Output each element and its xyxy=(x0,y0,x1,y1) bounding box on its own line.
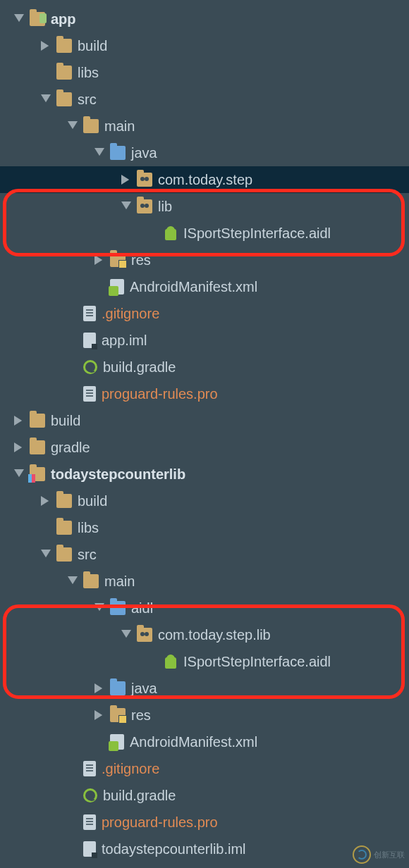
file-label: build.gradle xyxy=(103,788,176,804)
tree-item-root-gradle[interactable]: gradle xyxy=(0,434,409,461)
folder-label: src xyxy=(78,92,97,108)
tree-item-package[interactable]: com.today.step.lib xyxy=(0,621,409,648)
android-file-icon xyxy=(164,655,178,669)
file-label: app.iml xyxy=(102,333,147,349)
gradle-icon xyxy=(83,360,97,374)
expand-arrow-icon[interactable] xyxy=(39,93,52,106)
resource-folder-icon xyxy=(110,253,126,267)
tree-item-gitignore[interactable]: .gitignore xyxy=(0,755,409,782)
folder-icon xyxy=(56,547,72,562)
text-file-icon xyxy=(83,761,96,776)
package-label: lib xyxy=(158,199,172,215)
folder-label: java xyxy=(131,681,157,697)
tree-item-libmodule[interactable]: todaystepcounterlib xyxy=(0,461,409,488)
tree-item-main[interactable]: main xyxy=(0,113,409,140)
folder-icon xyxy=(83,574,99,588)
folder-icon xyxy=(83,119,99,133)
text-file-icon xyxy=(83,814,96,830)
tree-item-libs[interactable]: libs xyxy=(0,514,409,541)
file-label: .gitignore xyxy=(102,306,159,322)
iml-file-icon xyxy=(83,333,96,348)
tree-item-src[interactable]: src xyxy=(0,541,409,568)
library-module-icon xyxy=(30,467,45,481)
tree-item-iml[interactable]: app.iml xyxy=(0,327,409,354)
tree-item-iml[interactable]: todaystepcounterlib.iml xyxy=(0,836,409,862)
source-folder-icon xyxy=(110,146,126,160)
tree-item-build[interactable]: build xyxy=(0,32,409,59)
tree-item-manifest[interactable]: AndroidManifest.xml xyxy=(0,273,409,300)
expand-arrow-icon[interactable] xyxy=(39,548,52,561)
collapse-arrow-icon[interactable] xyxy=(13,414,25,427)
package-label: com.today.step.lib xyxy=(158,627,271,643)
tree-item-gradle[interactable]: build.gradle xyxy=(0,354,409,380)
folder-label: build xyxy=(78,493,107,509)
collapse-arrow-icon[interactable] xyxy=(93,709,106,721)
collapse-arrow-icon[interactable] xyxy=(39,39,52,52)
collapse-arrow-icon[interactable] xyxy=(13,441,25,454)
folder-icon xyxy=(56,521,72,535)
expand-arrow-icon[interactable] xyxy=(66,120,79,132)
folder-label: libs xyxy=(78,520,99,536)
folder-label: main xyxy=(104,574,135,590)
package-icon xyxy=(137,173,152,187)
folder-icon xyxy=(56,39,72,53)
resource-folder-icon xyxy=(110,708,126,722)
expand-arrow-icon[interactable] xyxy=(66,575,79,588)
tree-item-proguard[interactable]: proguard-rules.pro xyxy=(0,380,409,407)
tree-item-manifest[interactable]: AndroidManifest.xml xyxy=(0,728,409,755)
watermark-text: 创新互联 xyxy=(374,850,405,860)
tree-item-root-build[interactable]: build xyxy=(0,407,409,434)
tree-item-java[interactable]: java xyxy=(0,140,409,166)
source-folder-icon xyxy=(110,601,126,615)
tree-item-res[interactable]: res xyxy=(0,247,409,273)
text-file-icon xyxy=(83,306,96,321)
folder-label: aidl xyxy=(131,600,153,616)
folder-label: res xyxy=(131,252,151,268)
folder-label: gradle xyxy=(51,440,90,456)
package-label: com.today.step xyxy=(158,172,252,188)
expand-arrow-icon[interactable] xyxy=(120,628,133,641)
file-label: ISportStepInterface.aidl xyxy=(183,654,331,670)
folder-icon xyxy=(56,92,72,106)
expand-arrow-icon[interactable] xyxy=(13,13,25,25)
collapse-arrow-icon[interactable] xyxy=(120,173,133,186)
collapse-arrow-icon[interactable] xyxy=(39,495,52,507)
source-folder-icon xyxy=(110,681,126,695)
tree-item-src[interactable]: src xyxy=(0,86,409,113)
tree-item-aidl[interactable]: aidl xyxy=(0,595,409,621)
folder-label: src xyxy=(78,547,97,563)
file-label: todaystepcounterlib.iml xyxy=(102,841,246,857)
folder-label: res xyxy=(131,707,151,724)
tree-item-app[interactable]: app xyxy=(0,6,409,32)
tree-item-gitignore[interactable]: .gitignore xyxy=(0,300,409,327)
tree-item-aidl-file[interactable]: ISportStepInterface.aidl xyxy=(0,220,409,247)
folder-label: java xyxy=(131,145,157,161)
collapse-arrow-icon[interactable] xyxy=(93,682,106,695)
android-file-icon xyxy=(164,226,178,240)
manifest-icon xyxy=(110,279,124,294)
tree-item-res[interactable]: res xyxy=(0,702,409,728)
folder-label: libs xyxy=(78,65,99,81)
tree-item-package[interactable]: com.today.step xyxy=(0,166,409,193)
tree-item-build[interactable]: build xyxy=(0,488,409,514)
tree-item-libs[interactable]: libs xyxy=(0,59,409,86)
watermark: 创新互联 xyxy=(353,845,405,864)
tree-item-aidl-file[interactable]: ISportStepInterface.aidl xyxy=(0,648,409,675)
folder-icon xyxy=(30,414,45,428)
expand-arrow-icon[interactable] xyxy=(93,147,106,159)
tree-item-java[interactable]: java xyxy=(0,675,409,702)
file-label: ISportStepInterface.aidl xyxy=(183,225,331,242)
project-tree: app build libs src main java com.today.s… xyxy=(0,0,409,862)
expand-arrow-icon[interactable] xyxy=(13,468,25,480)
folder-icon xyxy=(30,440,45,454)
text-file-icon xyxy=(83,386,96,402)
expand-arrow-icon[interactable] xyxy=(93,602,106,614)
tree-item-main[interactable]: main xyxy=(0,568,409,595)
expand-arrow-icon[interactable] xyxy=(120,200,133,213)
manifest-icon xyxy=(110,734,124,750)
tree-item-proguard[interactable]: proguard-rules.pro xyxy=(0,809,409,836)
file-label: .gitignore xyxy=(102,761,159,777)
tree-item-gradle[interactable]: build.gradle xyxy=(0,782,409,809)
collapse-arrow-icon[interactable] xyxy=(93,254,106,266)
tree-item-lib[interactable]: lib xyxy=(0,193,409,220)
